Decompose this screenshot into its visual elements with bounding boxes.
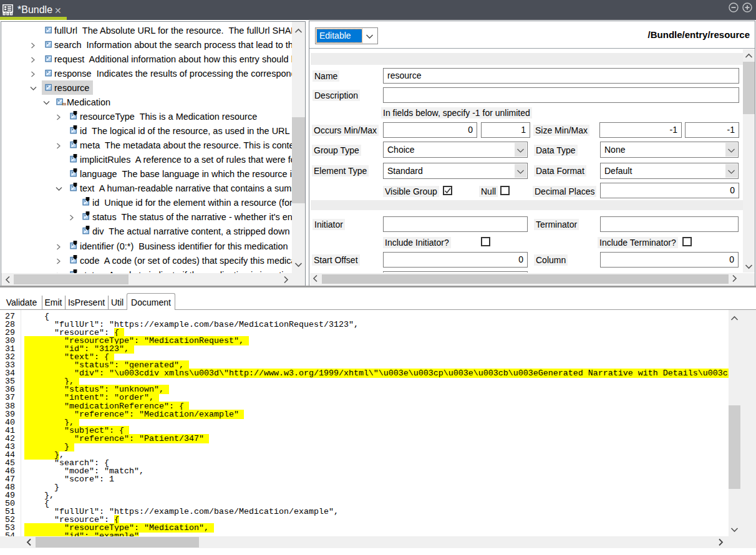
svg-text:m: m — [62, 101, 67, 107]
